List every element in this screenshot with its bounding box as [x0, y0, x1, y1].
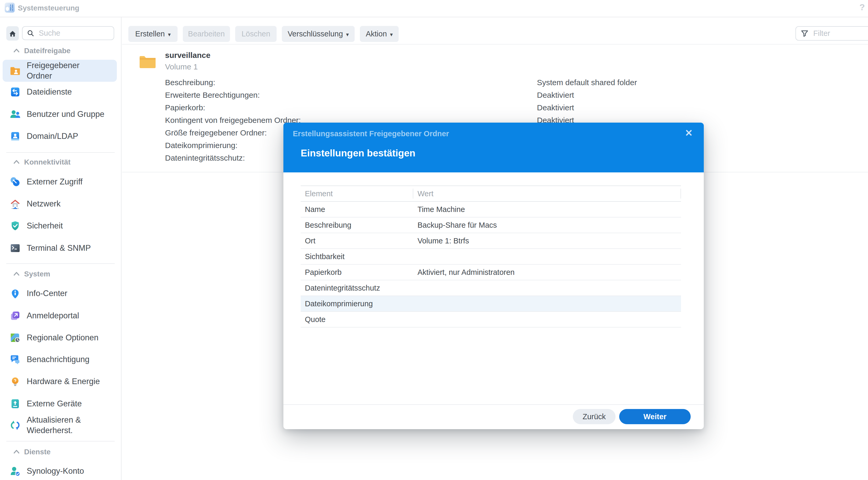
sidebar-item-terminal-snmp[interactable]: Terminal & SNMP: [3, 237, 117, 259]
cell-element: Datenintegritätsschutz: [301, 284, 413, 292]
table-row-highlighted[interactable]: Dateikomprimierung: [301, 296, 681, 312]
chevron-up-icon: [12, 47, 21, 55]
shared-folder-icon: [9, 65, 21, 77]
next-button[interactable]: Weiter: [619, 409, 691, 424]
security-shield-icon: [9, 220, 21, 232]
sidebar-item-benachrichtigung[interactable]: Benachrichtigung: [3, 349, 117, 370]
sidebar-item-label: Benutzer und Gruppe: [27, 109, 104, 119]
section-label: Dienste: [24, 448, 51, 456]
cell-element: Beschreibung: [301, 221, 413, 230]
cell-wert: Backup-Share für Macs: [413, 221, 681, 230]
lightbulb-icon: [9, 376, 21, 387]
detail-label: Papierkorb:: [165, 103, 205, 112]
info-center-icon: [9, 288, 21, 299]
settings-summary-table: Element Wert Name Time Machine Beschreib…: [301, 185, 681, 328]
sidebar-item-regionale-optionen[interactable]: Regionale Optionen: [3, 327, 117, 349]
section-dateifreigabe[interactable]: Dateifreigabe: [12, 46, 70, 56]
chevron-up-icon: [12, 448, 21, 456]
chevron-up-icon: [12, 158, 21, 167]
cell-wert: Volume 1: Btrfs: [413, 237, 681, 245]
sidebar-item-label: Dateidienste: [27, 87, 72, 97]
detail-value: Deaktiviert: [537, 103, 574, 112]
column-header-element: Element: [301, 189, 413, 199]
button-label: Löschen: [242, 30, 270, 38]
back-button[interactable]: Zurück: [573, 409, 616, 424]
detail-label: Kontingent von freigegebenem Ordner:: [165, 116, 301, 125]
loeschen-button[interactable]: Löschen: [235, 26, 277, 42]
cell-element: Sichtbarkeit: [301, 252, 413, 261]
login-portal-icon: [9, 310, 21, 322]
sidebar-item-synology-konto[interactable]: Synology-Konto: [3, 460, 117, 480]
window-header: Systemsteuerung ?: [0, 0, 868, 17]
erstellen-button[interactable]: Erstellen ▾: [128, 26, 178, 42]
sidebar-item-domain-ldap[interactable]: Domain/LDAP: [3, 125, 117, 147]
notification-icon: [9, 354, 21, 365]
table-row[interactable]: Papierkorb Aktiviert, nur Administratore…: [301, 265, 681, 280]
caret-down-icon: ▾: [390, 31, 393, 38]
search-input[interactable]: [38, 29, 99, 38]
sidebar-item-dateidienste[interactable]: Dateidienste: [3, 81, 117, 103]
sidebar-item-label: Synology-Konto: [27, 466, 84, 476]
sidebar-item-label: Anmeldeportal: [27, 310, 79, 321]
sidebar-item-label: Info-Center: [27, 288, 67, 299]
help-icon[interactable]: ?: [859, 2, 865, 12]
section-konnektivitaet[interactable]: Konnektivität: [12, 157, 70, 168]
toolbar-divider: [122, 44, 868, 44]
shared-folder-wizard-dialog: Erstellungsassistent Freigegebener Ordne…: [283, 123, 704, 429]
cell-element: Name: [301, 205, 413, 214]
synology-account-icon: [9, 465, 21, 477]
search-icon: [26, 29, 35, 38]
dialog-footer-divider: [283, 404, 704, 405]
home-button[interactable]: [6, 26, 19, 40]
column-header-wert: Wert: [413, 189, 681, 199]
table-row[interactable]: Datenintegritätsschutz: [301, 280, 681, 296]
sidebar-item-benutzer-und-gruppe[interactable]: Benutzer und Gruppe: [3, 103, 117, 125]
section-system[interactable]: System: [12, 269, 50, 279]
table-header-row: Element Wert: [301, 185, 681, 202]
table-row[interactable]: Name Time Machine: [301, 202, 681, 217]
table-row[interactable]: Beschreibung Backup-Share für Macs: [301, 217, 681, 233]
sidebar-item-label: Netzwerk: [27, 199, 61, 209]
cell-element: Papierkorb: [301, 268, 413, 277]
close-icon[interactable]: ✕: [685, 128, 693, 138]
detail-label: Größe freigegebener Ordner:: [165, 128, 267, 137]
sidebar-item-externer-zugriff[interactable]: Externer Zugriff: [3, 171, 117, 193]
sidebar-item-netzwerk[interactable]: Netzwerk: [3, 193, 117, 215]
dialog-step-heading: Einstellungen bestätigen: [301, 148, 415, 159]
cell-element: Dateikomprimierung: [301, 299, 413, 308]
detail-value: System default shared folder: [537, 78, 637, 87]
sidebar-item-label: Benachrichtigung: [27, 354, 90, 365]
filter-funnel-icon: [800, 29, 809, 38]
sidebar-item-anmeldeportal[interactable]: Anmeldeportal: [3, 305, 117, 327]
table-row[interactable]: Ort Volume 1: Btrfs: [301, 233, 681, 249]
filter-input[interactable]: [813, 29, 861, 38]
folder-name: surveillance: [165, 51, 210, 60]
cell-element: Ort: [301, 237, 413, 245]
caret-down-icon: ▾: [168, 31, 171, 38]
user-group-icon: [9, 109, 21, 120]
folder-location: Volume 1: [165, 62, 198, 71]
dialog-title: Erstellungsassistent Freigegebener Ordne…: [293, 129, 449, 138]
file-services-icon: [9, 86, 21, 98]
bearbeiten-button[interactable]: Bearbeiten: [183, 26, 230, 42]
sidebar-item-freigegebener-ordner[interactable]: Freigegebener Ordner: [3, 60, 117, 82]
sidebar-divider: [6, 263, 115, 264]
verschluesselung-button[interactable]: Verschlüsselung ▾: [282, 26, 354, 42]
external-access-icon: [9, 176, 21, 188]
home-icon: [8, 29, 17, 38]
section-dienste[interactable]: Dienste: [12, 447, 51, 457]
detail-label: Datenintegritätsschutz:: [165, 153, 245, 162]
cell-wert: Aktiviert, nur Administratoren: [413, 268, 681, 277]
table-row[interactable]: Sichtbarkeit: [301, 249, 681, 265]
button-label: Verschlüsselung: [287, 30, 343, 38]
sidebar-item-hardware-energie[interactable]: Hardware & Energie: [3, 370, 117, 392]
sidebar-item-label: Terminal & SNMP: [27, 243, 91, 253]
sidebar-item-aktualisieren-wiederherst[interactable]: Aktualisieren & Wiederherst.: [3, 411, 117, 440]
sidebar-item-sicherheit[interactable]: Sicherheit: [3, 215, 117, 237]
update-restore-icon: [9, 419, 21, 431]
aktion-button[interactable]: Aktion ▾: [360, 26, 399, 42]
sidebar-item-info-center[interactable]: Info-Center: [3, 282, 117, 304]
button-label: Aktion: [366, 30, 387, 38]
caret-down-icon: ▾: [346, 31, 349, 38]
table-row[interactable]: Quote: [301, 312, 681, 328]
